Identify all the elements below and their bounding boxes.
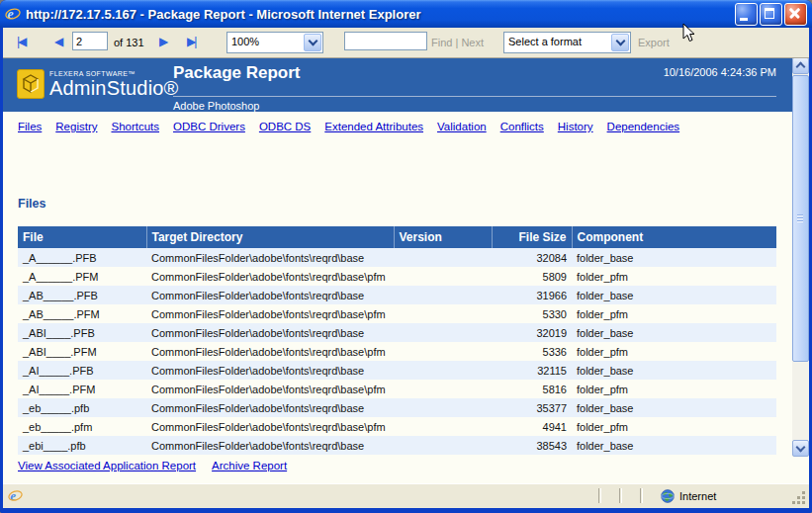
table-cell: 31966 (492, 286, 572, 304)
next-page-button[interactable]: ▶ (159, 35, 166, 48)
table-cell: _A______.PFB (18, 248, 146, 267)
browser-window: e http://172.17.5.167 - Package Report -… (0, 0, 812, 513)
find-button[interactable]: Find (431, 37, 452, 48)
table-row: _AI_____.PFMCommonFilesFolder\adobe\font… (18, 380, 776, 398)
nav-link-files[interactable]: Files (18, 121, 42, 132)
table-cell: folder_pfm (572, 304, 776, 323)
status-ie-icon: e (5, 486, 32, 505)
table-cell (394, 323, 492, 342)
zoom-select-value: 100% (227, 33, 303, 52)
nav-link-history[interactable]: History (558, 121, 593, 132)
scroll-down-button[interactable] (792, 440, 809, 457)
export-format-value: Select a format (504, 33, 610, 52)
table-row: _ABI____.PFBCommonFilesFolder\adobe\font… (18, 323, 776, 342)
table-cell: folder_base (572, 436, 776, 455)
table-cell: CommonFilesFolder\adobe\fonts\reqrd\base… (146, 417, 394, 436)
nav-link-extended-attributes[interactable]: Extended Attributes (324, 121, 423, 132)
scrollbar-thumb[interactable] (792, 75, 809, 362)
table-cell: _AB_____.PFM (18, 304, 146, 323)
column-header-version: Version (394, 226, 492, 248)
table-cell: folder_base (572, 323, 776, 342)
chevron-down-icon[interactable] (304, 34, 321, 51)
internet-globe-icon (661, 489, 675, 503)
status-separator (640, 488, 643, 503)
table-cell: _ebi____.pfb (18, 436, 146, 455)
nav-link-shortcuts[interactable]: Shortcuts (111, 121, 159, 132)
table-cell: CommonFilesFolder\adobe\fonts\reqrd\base… (146, 304, 394, 323)
table-cell (394, 286, 492, 304)
table-row: _AB_____.PFMCommonFilesFolder\adobe\font… (18, 304, 776, 323)
close-button[interactable] (784, 3, 807, 26)
footer-link-view-associated-application-report[interactable]: View Associated Application Report (18, 460, 196, 471)
report-title: Package Report (173, 63, 301, 83)
previous-page-button[interactable]: ◀ (54, 35, 61, 48)
nav-link-conflicts[interactable]: Conflicts (500, 121, 544, 132)
table-cell: folder_pfm (572, 380, 776, 398)
table-row: _eb_____.pfbCommonFilesFolder\adobe\font… (18, 398, 776, 417)
nav-link-validation[interactable]: Validation (437, 121, 487, 132)
adminstudio-cube-icon (17, 69, 45, 99)
resize-grip[interactable] (791, 486, 807, 505)
table-cell: folder_pfm (572, 342, 776, 361)
report-page: FLEXERA SOFTWARE™ AdminStudio® Package R… (3, 57, 809, 483)
table-cell: 38543 (492, 436, 572, 455)
scroll-up-button[interactable] (792, 57, 809, 74)
zoom-select[interactable]: 100% (226, 32, 323, 53)
vertical-scrollbar[interactable] (792, 57, 809, 457)
table-cell (394, 304, 492, 323)
table-cell: _A______.PFM (18, 267, 146, 286)
export-button[interactable]: Export (638, 37, 670, 48)
window-border-left (0, 28, 3, 513)
table-cell: CommonFilesFolder\adobe\fonts\reqrd\base… (146, 267, 394, 286)
table-cell: 32019 (492, 323, 572, 342)
chevron-down-icon (796, 442, 806, 452)
find-text-input[interactable] (344, 32, 427, 50)
security-zone-panel: Internet (661, 486, 791, 505)
table-cell: CommonFilesFolder\adobe\fonts\reqrd\base (146, 361, 394, 380)
table-cell: folder_pfm (572, 267, 776, 286)
page-count-label: of 131 (114, 37, 144, 48)
table-cell (394, 380, 492, 398)
footer-link-archive-report[interactable]: Archive Report (212, 460, 287, 471)
report-header-band: FLEXERA SOFTWARE™ AdminStudio® Package R… (3, 57, 809, 112)
report-footer-links: View Associated Application ReportArchiv… (18, 460, 287, 471)
last-page-button[interactable]: ▶| (187, 35, 195, 48)
status-separator (598, 488, 601, 503)
find-next-divider: | (455, 37, 458, 48)
table-cell: _AI_____.PFB (18, 361, 146, 380)
first-page-button[interactable]: |◀ (17, 35, 25, 48)
nav-link-dependencies[interactable]: Dependencies (607, 121, 680, 132)
page-number-input[interactable] (72, 32, 108, 50)
table-cell (394, 248, 492, 267)
security-zone-label: Internet (679, 490, 716, 502)
table-cell (394, 361, 492, 380)
table-cell: CommonFilesFolder\adobe\fonts\reqrd\base (146, 248, 394, 267)
table-cell: 5330 (492, 304, 572, 323)
table-row: _A______.PFMCommonFilesFolder\adobe\font… (18, 267, 776, 286)
table-cell: 5809 (492, 267, 572, 286)
brand-adminstudio-label: AdminStudio® (49, 78, 179, 99)
table-cell: folder_base (572, 398, 776, 417)
report-toolbar: |◀ ◀ of 131 ▶ ▶| 100% Find | Next Select… (3, 28, 809, 58)
report-section-nav: FilesRegistryShortcutsODBC DriversODBC D… (3, 112, 809, 141)
files-section-title: Files (18, 197, 46, 211)
nav-link-odbc-drivers[interactable]: ODBC Drivers (173, 121, 245, 132)
table-cell: _eb_____.pfm (18, 417, 146, 436)
chevron-down-icon[interactable] (611, 34, 629, 51)
table-cell: 5336 (492, 342, 572, 361)
status-bar: e Internet (3, 483, 809, 508)
find-next-controls: Find | Next (431, 37, 484, 48)
package-name: Adobe Photoshop (173, 100, 259, 112)
minimize-button[interactable] (735, 3, 758, 26)
next-result-button[interactable]: Next (461, 37, 484, 48)
table-cell (394, 398, 492, 417)
table-cell: folder_pfm (572, 417, 776, 436)
export-format-select[interactable]: Select a format (503, 32, 631, 53)
table-cell: _ABI____.PFB (18, 323, 146, 342)
table-cell: 5816 (492, 380, 572, 398)
nav-link-odbc-ds[interactable]: ODBC DS (259, 121, 311, 132)
nav-link-registry[interactable]: Registry (55, 121, 97, 132)
maximize-button[interactable] (760, 3, 782, 26)
report-timestamp: 10/16/2006 4:24:36 PM (664, 66, 776, 78)
table-cell: CommonFilesFolder\adobe\fonts\reqrd\base (146, 398, 394, 417)
